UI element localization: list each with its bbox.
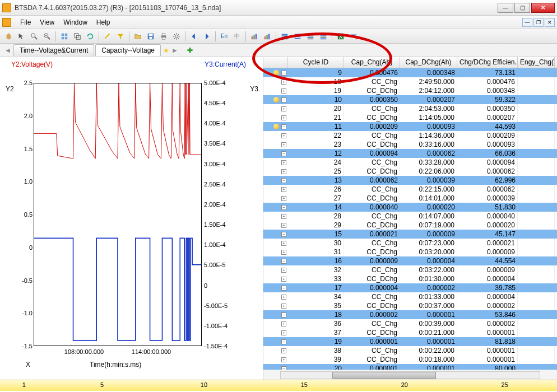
collapse-icon[interactable]: − [281,151,286,156]
add-tab-icon[interactable]: ✚ [187,46,193,54]
chart-plot-area[interactable] [34,83,202,346]
collapse-icon[interactable]: − [281,178,286,183]
menu-help[interactable]: Help [92,17,115,28]
cycle-row[interactable]: −140.0000400.00002051.830 [263,203,557,212]
expand-icon[interactable]: + [281,115,286,120]
step-row[interactable]: +34CC_Chg0:01:33.0000.000004 [263,292,557,301]
minimize-button[interactable]: — [498,3,513,13]
expand-icon[interactable]: + [281,106,286,111]
mdi-restore-button[interactable]: ❐ [533,18,544,27]
step-row[interactable]: +22CC_Chg1:14:36.0000.000209 [263,131,557,140]
step-row[interactable]: +27CC_DChg0:14:01.0000.000039 [263,194,557,203]
expand-icon[interactable]: + [281,88,286,94]
table-view-2-icon[interactable] [291,31,304,42]
step-row[interactable]: +23CC_DChg0:33:16.0000.000093 [263,140,557,149]
open-file-icon[interactable] [132,31,144,42]
menu-window[interactable]: Window [59,17,92,28]
collapse-icon[interactable]: − [281,259,286,264]
save-icon[interactable] [145,31,157,42]
language-cn-icon[interactable]: 中 [231,31,243,42]
expand-icon[interactable]: + [281,250,286,255]
step-row[interactable]: +28CC_Chg0:14:07.0000.000040 [263,212,557,221]
app-menu-icon[interactable] [2,18,11,27]
step-row[interactable]: +32CC_Chg0:03:22.0000.000009 [263,265,557,274]
expand-icon[interactable]: + [281,214,286,219]
expand-icon[interactable]: + [281,268,286,273]
expand-icon[interactable]: + [281,357,286,362]
cycle-row[interactable]: −190.0000010.00000181.818 [263,337,557,346]
expand-icon[interactable]: + [281,133,286,138]
collapse-icon[interactable]: − [281,97,286,102]
cycle-row[interactable]: −90.0004760.00034873.131 [263,68,557,77]
step-row[interactable]: +33CC_DChg0:01:30.0000.000004 [263,274,557,283]
tab-scroll-right-icon[interactable]: ► [170,46,179,54]
step-row[interactable]: +35CC_DChg0:00:37.0000.000002 [263,301,557,310]
collapse-icon[interactable]: − [281,124,286,129]
collapse-icon[interactable]: − [281,232,286,237]
expand-icon[interactable]: + [281,142,286,147]
nav-forward-icon[interactable] [201,31,213,42]
step-row[interactable]: +18CC_Chg2:49:50.0000.000476 [263,77,557,86]
expand-icon[interactable]: + [281,321,286,326]
table-view-1-icon[interactable] [278,31,291,42]
pointer-tool-icon[interactable] [15,31,27,42]
settings-icon[interactable] [170,31,183,42]
tab-capacity-voltage[interactable]: Capacity--Voltage [95,44,161,56]
expand-icon[interactable]: + [281,295,286,300]
step-row[interactable]: +30CC_Chg0:07:23.0000.000021 [263,239,557,248]
expand-icon[interactable]: + [281,169,286,174]
expand-icon[interactable]: + [281,223,286,228]
step-row[interactable]: +37CC_DChg0:00:21.0000.000001 [263,328,557,337]
tab-scroll-left-icon[interactable]: ◄ [3,46,12,54]
collapse-icon[interactable]: − [281,71,286,76]
col-tree[interactable] [263,57,288,68]
col-cycle-id[interactable]: Cycle ID [288,57,344,68]
favorite-tab-icon[interactable]: ★ [163,46,169,54]
expand-icon[interactable]: + [281,330,286,335]
cycle-row[interactable]: −130.0000620.00003962.996 [263,176,557,185]
expand-icon[interactable]: + [281,304,286,309]
table-view-4-icon[interactable] [317,31,329,42]
step-row[interactable]: +36CC_Chg0:00:39.0000.000002 [263,319,557,328]
expand-icon[interactable]: + [281,348,286,353]
export-excel-icon[interactable]: X [335,31,347,42]
zoom-out-icon[interactable] [41,31,53,42]
language-en-icon[interactable]: En [218,31,230,42]
collapse-icon[interactable]: − [281,312,286,318]
chart-preset-2-icon[interactable] [261,31,273,42]
col-efficiency[interactable]: Chg/DChg Efficien... [457,57,518,68]
nav-back-icon[interactable] [188,31,200,42]
expand-icon[interactable]: + [281,187,286,192]
cycle-row[interactable]: −180.0000020.00000153.846 [263,310,557,319]
step-row[interactable]: +24CC_Chg0:33:28.0000.000094 [263,158,557,167]
menu-view[interactable]: View [35,17,59,28]
mark-tool-icon[interactable] [101,31,114,42]
cycle-row[interactable]: −120.0000940.00006266.036 [263,149,557,158]
cycle-row[interactable]: −150.0000210.00000945.147 [263,230,557,239]
mdi-minimize-button[interactable]: — [522,18,532,27]
zoom-in-icon[interactable] [28,31,40,42]
mdi-close-button[interactable]: ✕ [545,18,555,27]
print-icon[interactable] [157,31,170,42]
hand-tool-icon[interactable] [2,31,15,42]
table-view-3-icon[interactable] [304,31,317,42]
scrollbar-thumb[interactable] [332,372,436,379]
step-row[interactable]: +21CC_DChg1:14:05.0000.000207 [263,113,557,122]
grid-body[interactable]: −90.0004760.00034873.131+18CC_Chg2:49:50… [263,68,557,370]
step-row[interactable]: +29CC_DChg0:07:19.0000.000020 [263,221,557,230]
refresh-icon[interactable] [84,31,96,42]
cycle-row[interactable]: −110.0002090.00009344.593 [263,122,557,131]
step-row[interactable]: +31CC_DChg0:03:20.0000.000009 [263,248,557,256]
step-row[interactable]: +39CC_DChg0:00:18.0000.000001 [263,355,557,364]
cycle-row[interactable]: −200.0000010.00000180.000 [263,364,557,370]
expand-icon[interactable]: + [281,241,286,246]
expand-icon[interactable]: + [281,160,286,165]
chart-preset-1-icon[interactable] [248,31,261,42]
step-row[interactable]: +20CC_Chg2:04:53.0000.000350 [263,104,557,113]
expand-icon[interactable]: + [281,277,286,282]
tab-time-voltage-current[interactable]: Time--Voltage&Current [13,44,94,56]
col-cap-chg[interactable]: Cap_Chg(Ah) [344,57,400,68]
col-cap-dchg[interactable]: Cap_DChg(Ah) [400,57,457,68]
cycle-row[interactable]: −100.0003500.00020759.322 [263,95,557,104]
export-data-icon[interactable] [347,31,360,42]
